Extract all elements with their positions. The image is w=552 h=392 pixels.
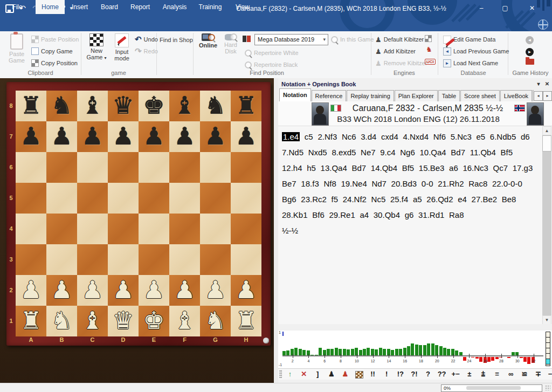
eval-bar-ply-4[interactable] bbox=[294, 348, 298, 356]
annotation-end-variation-bracket[interactable]: ] bbox=[312, 369, 323, 380]
tab-training[interactable]: Training bbox=[194, 0, 226, 14]
maximize-button[interactable]: ▢ bbox=[497, 2, 513, 14]
square-b4[interactable] bbox=[46, 214, 77, 244]
black-piece-b-c8[interactable]: ♝ bbox=[77, 91, 108, 121]
paste-position-button[interactable]: Paste Position bbox=[31, 35, 79, 44]
square-c5[interactable] bbox=[77, 183, 108, 214]
eval-bar-ply-53[interactable] bbox=[491, 357, 494, 361]
annotation-question[interactable]: ? bbox=[422, 369, 434, 380]
tab-scroll-left-button[interactable]: ◂ bbox=[534, 91, 543, 101]
black-piece-p-h7[interactable]: ♟ bbox=[231, 121, 261, 152]
selected-move[interactable]: 1.e4 bbox=[282, 132, 300, 141]
help-globe-icon[interactable] bbox=[538, 19, 548, 30]
remove-kibitzer-button[interactable]: ♟ Remove Kibitzer bbox=[375, 58, 427, 68]
square-f3[interactable] bbox=[169, 244, 200, 275]
black-piece-p-d7[interactable]: ♟ bbox=[108, 121, 139, 152]
notation-tab-plan-explorer[interactable]: Plan Explorer bbox=[395, 90, 438, 101]
white-piece-b-c1[interactable]: ♝ bbox=[77, 306, 108, 336]
annotation-red-piece-annotation[interactable]: ♟ bbox=[339, 369, 351, 380]
repertoire-black-button[interactable]: Repertoire Black bbox=[245, 60, 298, 70]
square-h4[interactable] bbox=[231, 214, 261, 244]
square-a3[interactable] bbox=[16, 244, 46, 275]
square-h3[interactable] bbox=[231, 244, 261, 275]
annotation-double-exclam[interactable]: !! bbox=[367, 369, 379, 380]
find-in-shop-button[interactable]: Find in Shop bbox=[160, 37, 193, 43]
kibitzer-settings-icon[interactable] bbox=[425, 35, 432, 44]
annotation-equal[interactable]: = bbox=[491, 369, 503, 380]
eval-bar-ply-60[interactable] bbox=[520, 357, 523, 358]
square-e5[interactable] bbox=[139, 183, 169, 214]
square-c3[interactable] bbox=[77, 244, 108, 275]
annotation-white-winning[interactable]: +− bbox=[450, 369, 461, 380]
square-h5[interactable] bbox=[231, 183, 261, 214]
history-forward-button[interactable]: ► bbox=[526, 46, 534, 56]
black-piece-p-g7[interactable]: ♟ bbox=[200, 121, 231, 152]
eval-bar-ply-36[interactable] bbox=[423, 345, 426, 356]
annotation-exclam-question[interactable]: !? bbox=[395, 369, 406, 380]
square-a5[interactable] bbox=[16, 183, 46, 214]
annotation-question-exclam[interactable]: ?! bbox=[408, 369, 420, 380]
notation-tab-notation[interactable]: Notation bbox=[279, 88, 311, 101]
redo-button[interactable]: ↷ Redo bbox=[135, 46, 158, 56]
square-g5[interactable] bbox=[200, 183, 231, 214]
add-kibitzer-button[interactable]: ♟ Add Kibitzer bbox=[375, 46, 416, 56]
new-game-button[interactable]: New Game ▾ bbox=[84, 33, 109, 60]
white-piece-p-d2[interactable]: ♟ bbox=[108, 275, 139, 306]
minimize-button[interactable]: – bbox=[473, 2, 489, 14]
toolbar-drag-handle[interactable] bbox=[279, 370, 282, 378]
default-kibitzer-button[interactable]: ♟ Default Kibitzer bbox=[375, 35, 424, 44]
database-select[interactable]: Mega Database 2019 ▾ bbox=[254, 34, 328, 45]
square-b3[interactable] bbox=[46, 244, 77, 275]
eval-bar-ply-14[interactable] bbox=[335, 348, 338, 356]
copy-game-button[interactable]: Copy Game bbox=[31, 46, 73, 56]
eval-bar-ply-41[interactable] bbox=[443, 348, 446, 356]
black-piece-p-f7[interactable]: ♟ bbox=[169, 121, 200, 152]
square-f5[interactable] bbox=[169, 183, 200, 214]
eval-bar-ply-10[interactable] bbox=[319, 348, 322, 356]
annotation-better-is-arrow[interactable]: ↑ bbox=[284, 369, 296, 380]
white-piece-r-a1[interactable]: ♜ bbox=[16, 306, 46, 336]
annotation-compensation[interactable]: ≌ bbox=[519, 369, 530, 380]
history-back-button[interactable]: ◄ bbox=[526, 34, 534, 44]
square-a4[interactable] bbox=[16, 214, 46, 244]
move-list[interactable]: 1.e4 c5 2.Nf3 Nc6 3.d4 cxd4 4.Nxd4 Nf6 5… bbox=[282, 129, 537, 238]
annotation-black-better[interactable]: ∓ bbox=[533, 369, 544, 380]
close-button[interactable]: ✕ bbox=[524, 2, 540, 14]
tab-view[interactable]: View bbox=[231, 0, 254, 14]
tab-board[interactable]: Board bbox=[95, 0, 124, 14]
eval-bar-ply-25[interactable] bbox=[379, 348, 382, 356]
paste-game-button[interactable]: Paste Game bbox=[5, 33, 28, 64]
uci-badge[interactable]: UCI bbox=[425, 59, 436, 65]
square-f6[interactable] bbox=[169, 152, 200, 183]
square-a6[interactable] bbox=[16, 152, 46, 183]
annotation-delete-cross[interactable]: ✕ bbox=[298, 369, 310, 380]
annotation-white-better[interactable]: ± bbox=[464, 369, 475, 380]
white-piece-n-b1[interactable]: ♞ bbox=[46, 306, 77, 336]
eval-bar-ply-33[interactable] bbox=[411, 343, 414, 356]
eval-bar-ply-32[interactable] bbox=[407, 346, 410, 356]
eval-bar-ply-61[interactable] bbox=[523, 357, 527, 362]
tab-report[interactable]: Report bbox=[126, 0, 154, 14]
panel-collapse-icon[interactable]: ▾ bbox=[535, 80, 542, 88]
resize-grip-icon[interactable] bbox=[545, 385, 550, 390]
tab-analysis[interactable]: Analysis bbox=[158, 0, 191, 14]
scrollbar-thumb[interactable] bbox=[542, 135, 551, 152]
moves-text[interactable]: c5 2.Nf3 Nc6 3.d4 cxd4 4.Nxd4 Nf6 5.Nc3 … bbox=[282, 132, 533, 219]
eval-bar-ply-57[interactable] bbox=[507, 357, 510, 358]
white-piece-r-h1[interactable]: ♜ bbox=[231, 306, 261, 336]
scroll-down-icon[interactable]: ▼ bbox=[542, 315, 551, 325]
eval-bar-ply-22[interactable] bbox=[367, 348, 370, 356]
black-piece-n-b8[interactable]: ♞ bbox=[46, 91, 77, 121]
black-piece-n-g8[interactable]: ♞ bbox=[200, 91, 231, 121]
eval-bar-ply-40[interactable] bbox=[439, 346, 443, 356]
black-piece-p-b7[interactable]: ♟ bbox=[46, 121, 77, 152]
white-piece-p-h2[interactable]: ♟ bbox=[231, 275, 261, 306]
square-e4[interactable] bbox=[139, 214, 169, 244]
square-e3[interactable] bbox=[139, 244, 169, 275]
square-g3[interactable] bbox=[200, 244, 231, 275]
square-f4[interactable] bbox=[169, 214, 200, 244]
load-previous-game-button[interactable]: ◄ Load Previous Game bbox=[443, 46, 509, 56]
black-piece-r-h8[interactable]: ♜ bbox=[231, 91, 261, 121]
chess-board[interactable]: ♜♞♝♛♚♝♞♜♟♟♟♟♟♟♟♟♟♟♟♟♟♟♟♟♜♞♝♛♚♝♞♜ bbox=[16, 91, 261, 336]
white-piece-p-e2[interactable]: ♟ bbox=[139, 275, 169, 306]
